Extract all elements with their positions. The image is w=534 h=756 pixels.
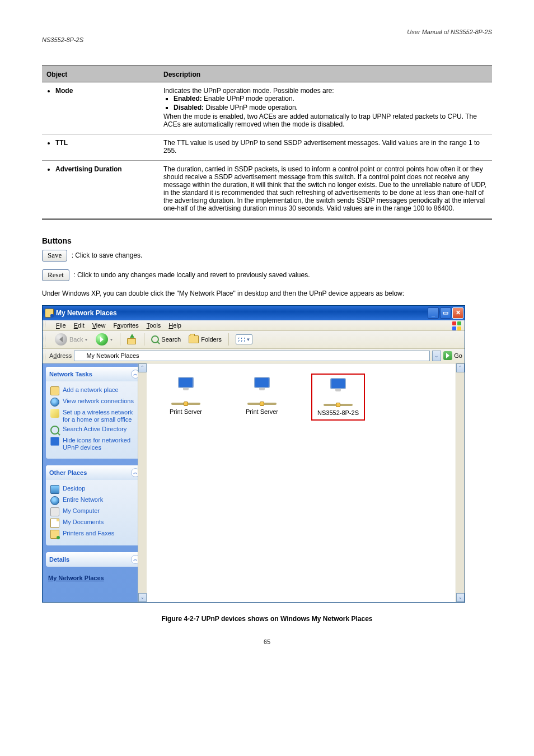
menubar: File Edit View Favorites Tools Help [43, 320, 465, 331]
address-dropdown[interactable]: ⌄ [432, 351, 441, 361]
chevron-down-icon: ▼ [84, 338, 88, 342]
save-button[interactable]: Save [42, 250, 67, 262]
save-text: : Click to save changes. [72, 251, 143, 259]
buttons-heading: Buttons [42, 236, 492, 245]
printer-icon [50, 530, 59, 539]
content-area: ⌄ Print Server ⌄ Print Server ⌄ NS3552-8… [147, 363, 465, 602]
sidebar-item-search-ad[interactable]: Search Active Directory [50, 426, 139, 435]
separator-icon [120, 333, 120, 346]
folders-icon [189, 335, 199, 343]
network-places-icon [45, 309, 54, 318]
toolbar-grip-icon [44, 333, 45, 347]
computer-icon [50, 507, 59, 516]
up-button[interactable] [125, 334, 139, 345]
separator-icon [228, 333, 229, 346]
menu-tools[interactable]: Tools [147, 322, 161, 329]
device-switch[interactable]: ⌄ NS3552-8P-2S [311, 374, 365, 421]
address-label: Address [49, 352, 72, 359]
separator-icon [144, 333, 144, 346]
instruction-note: Under Windows XP, you can double click t… [42, 289, 492, 298]
scroll-down-icon[interactable]: ⌄ [138, 593, 147, 602]
explorer-window: My Network Places _ ▭ ✕ File Edit View F… [42, 305, 465, 603]
view-mode-button[interactable]: ▼ [233, 334, 255, 345]
network-device-icon: ⌄ [322, 378, 354, 405]
wizard-icon [50, 409, 59, 418]
sidebar-item-view-conn[interactable]: View network connections [50, 398, 139, 407]
details-subtitle: My Network Places [46, 573, 143, 582]
search-icon [151, 335, 159, 343]
globe-icon [50, 496, 59, 505]
menu-view[interactable]: View [92, 322, 106, 329]
network-device-icon: ⌄ [170, 377, 202, 404]
menu-help[interactable]: Help [168, 322, 181, 329]
titlebar[interactable]: My Network Places _ ▭ ✕ [43, 306, 465, 320]
search-button[interactable]: Search [149, 335, 183, 344]
row-ttl-label: TTL [42, 134, 159, 161]
network-tasks-panel: Network Tasks ︽ Add a network place View… [46, 367, 143, 459]
network-device-icon: ⌄ [246, 377, 278, 404]
menu-edit[interactable]: Edit [74, 322, 85, 329]
folder-add-icon [50, 386, 59, 395]
documents-icon [50, 519, 59, 528]
figure-caption: Figure 4-2-7 UPnP devices shows on Windo… [42, 615, 492, 623]
sidebar-item-wireless[interactable]: Set up a wireless network for a home or … [50, 409, 139, 423]
view-grid-icon: ▼ [236, 334, 252, 344]
sidebar-item-hide-upnp[interactable]: Hide icons for networked UPnP devices [50, 437, 139, 451]
reset-text: : Click to undo any changes made locally… [73, 271, 310, 279]
th-object: Object [42, 67, 159, 82]
close-button[interactable]: ✕ [452, 307, 463, 319]
folder-up-icon [127, 334, 137, 344]
sidebar-item-add-place[interactable]: Add a network place [50, 386, 139, 395]
back-button[interactable]: Back ▼ [53, 333, 90, 346]
row-adv-label: Advertising Duration [42, 161, 159, 219]
sidebar-item-my-documents[interactable]: My Documents [50, 519, 139, 528]
maximize-button[interactable]: ▭ [440, 307, 451, 319]
row-ttl-desc: The TTL value is used by UPnP to send SS… [159, 134, 492, 161]
window-title: My Network Places [54, 309, 428, 317]
address-input[interactable]: My Network Places [74, 351, 430, 361]
scroll-up-icon[interactable]: ⌃ [138, 363, 147, 372]
forward-button[interactable]: ▼ [93, 333, 115, 346]
windows-logo-icon [452, 321, 462, 332]
sidebar-item-entire-net[interactable]: Entire Network [50, 496, 139, 505]
globe-icon [50, 398, 59, 407]
addrbar-grip-icon [44, 351, 45, 361]
chevron-down-icon: ▼ [109, 338, 113, 342]
reset-button[interactable]: Reset [42, 269, 69, 281]
sidebar-scrollbar[interactable]: ⌃ ⌄ [138, 363, 147, 602]
folders-button[interactable]: Folders [186, 335, 224, 344]
content-scrollbar[interactable]: ⌃ ⌄ [456, 363, 465, 602]
sidebar: Network Tasks ︽ Add a network place View… [43, 363, 147, 602]
th-desc: Description [159, 67, 492, 82]
forward-icon [96, 333, 108, 346]
network-places-icon [76, 352, 84, 360]
search-icon [50, 426, 59, 435]
row-mode-desc: Indicates the UPnP operation mode. Possi… [159, 82, 492, 134]
menu-file[interactable]: File [56, 322, 66, 329]
go-button[interactable]: Go [443, 351, 462, 360]
details-panel: Details ︽ [46, 552, 143, 567]
config-table: Object Description Mode Indicates the UP… [42, 66, 492, 220]
menubar-grip-icon [44, 321, 45, 329]
sidebar-item-printers[interactable]: Printers and Faxes [50, 530, 139, 539]
device-icon [50, 437, 59, 446]
go-arrow-icon [443, 351, 452, 360]
other-places-panel: Other Places ︽ Desktop Entire Network My… [46, 465, 143, 545]
menu-favorites[interactable]: Favorites [113, 322, 138, 329]
row-adv-desc: The duration, carried in SSDP packets, i… [159, 161, 492, 219]
device-print-server-2[interactable]: ⌄ Print Server [235, 374, 289, 415]
sidebar-item-desktop[interactable]: Desktop [50, 485, 139, 494]
back-icon [55, 333, 67, 346]
doc-model: NS3552-8P-2S [42, 36, 83, 43]
sidebar-item-my-computer[interactable]: My Computer [50, 507, 139, 516]
doc-title: User Manual of NS3552-8P-2S [407, 29, 492, 35]
desktop-icon [50, 485, 59, 494]
row-mode-label: Mode [42, 82, 159, 134]
device-print-server-1[interactable]: ⌄ Print Server [159, 374, 213, 415]
scroll-up-icon[interactable]: ⌃ [456, 363, 465, 372]
minimize-button[interactable]: _ [428, 307, 439, 319]
scroll-down-icon[interactable]: ⌄ [456, 593, 465, 602]
address-bar: Address My Network Places ⌄ Go [43, 349, 465, 363]
page-number: 65 [42, 638, 492, 645]
toolbar: Back ▼ ▼ Search Folders ▼ [43, 331, 465, 349]
